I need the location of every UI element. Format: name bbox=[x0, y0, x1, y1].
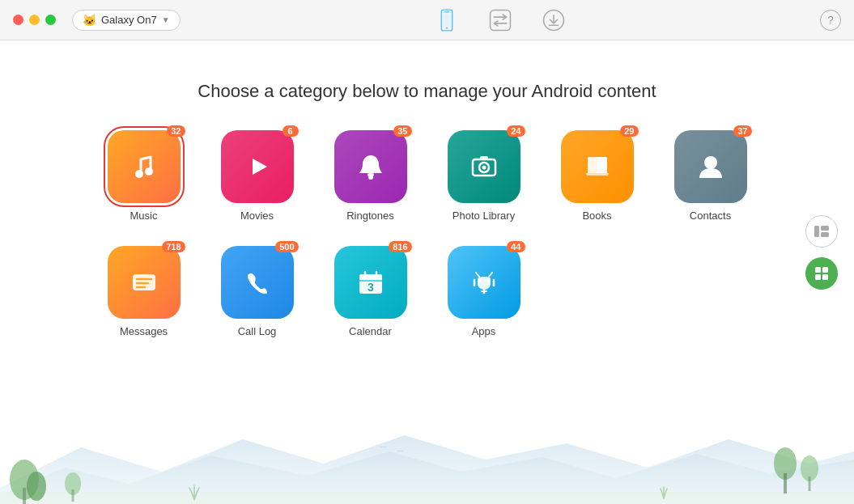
svg-rect-45 bbox=[72, 489, 74, 502]
svg-text:3: 3 bbox=[368, 281, 374, 294]
call-log-icon bbox=[221, 246, 294, 319]
sidebar-grid-button[interactable] bbox=[805, 257, 838, 290]
category-grid: 32 Music 6 Movies bbox=[104, 130, 751, 337]
category-item-music[interactable]: 32 Music bbox=[104, 130, 185, 222]
apps-icon-wrapper: 44 bbox=[448, 246, 520, 319]
apps-badge: 44 bbox=[507, 241, 525, 252]
svg-rect-22 bbox=[359, 274, 382, 281]
titlebar-right: ? bbox=[820, 10, 841, 31]
svg-rect-37 bbox=[822, 267, 828, 273]
svg-rect-38 bbox=[815, 274, 821, 280]
books-icon-wrapper: 29 bbox=[561, 130, 634, 203]
ringtones-icon-wrapper: 35 bbox=[334, 130, 407, 203]
svg-point-2 bbox=[446, 27, 448, 28]
category-item-ringtones[interactable]: 35 Ringtones bbox=[330, 130, 411, 222]
ringtones-icon bbox=[334, 130, 407, 203]
books-label: Books bbox=[582, 210, 611, 222]
photo-library-icon-wrapper: 24 bbox=[448, 130, 520, 203]
page-title: Choose a category below to manage your A… bbox=[198, 81, 656, 102]
svg-point-8 bbox=[145, 167, 153, 176]
svg-rect-35 bbox=[821, 232, 829, 237]
music-icon-wrapper: 32 bbox=[108, 130, 181, 203]
svg-rect-1 bbox=[444, 11, 449, 12]
chevron-down-icon: ▼ bbox=[162, 15, 170, 24]
svg-rect-49 bbox=[809, 476, 811, 491]
ringtones-badge: 35 bbox=[393, 125, 411, 137]
contacts-icon-wrapper: 37 bbox=[674, 130, 747, 203]
call-log-label: Call Log bbox=[238, 325, 277, 337]
svg-point-16 bbox=[704, 156, 717, 169]
books-badge: 29 bbox=[620, 125, 638, 137]
landscape-background bbox=[0, 423, 854, 504]
titlebar-nav bbox=[181, 6, 820, 35]
svg-rect-36 bbox=[815, 267, 821, 273]
svg-rect-3 bbox=[443, 13, 451, 26]
ringtones-label: Ringtones bbox=[346, 210, 394, 222]
messages-icon bbox=[108, 246, 181, 319]
call-log-icon-wrapper: 500 bbox=[221, 246, 294, 319]
svg-point-7 bbox=[135, 170, 143, 178]
device-name: Galaxy On7 bbox=[101, 14, 157, 26]
photo-library-label: Photo Library bbox=[452, 210, 515, 222]
svg-marker-9 bbox=[253, 159, 267, 175]
category-row-1: 32 Music 6 Movies bbox=[104, 130, 751, 222]
category-item-apps[interactable]: 44 Apps bbox=[444, 246, 525, 337]
category-item-calendar[interactable]: 3 816 Calendar bbox=[330, 246, 411, 337]
svg-point-14 bbox=[482, 166, 486, 170]
contacts-label: Contacts bbox=[690, 210, 731, 222]
calendar-icon-wrapper: 3 816 bbox=[334, 246, 407, 319]
apps-icon bbox=[448, 246, 520, 319]
category-item-books[interactable]: 29 Books bbox=[557, 130, 638, 222]
messages-badge: 718 bbox=[162, 241, 185, 252]
category-item-call-log[interactable]: 500 Call Log bbox=[217, 246, 298, 337]
svg-rect-4 bbox=[490, 10, 510, 30]
movies-icon-wrapper: 6 bbox=[221, 130, 294, 203]
movies-label: Movies bbox=[240, 210, 274, 222]
sidebar-manager-button[interactable] bbox=[805, 215, 838, 248]
device-icon: 🐱 bbox=[83, 14, 96, 27]
close-button[interactable] bbox=[13, 15, 23, 25]
titlebar: 🐱 Galaxy On7 ▼ bbox=[0, 0, 854, 40]
category-item-photo-library[interactable]: 24 Photo Library bbox=[444, 130, 525, 222]
svg-rect-39 bbox=[822, 274, 828, 280]
call-log-badge: 500 bbox=[275, 241, 298, 252]
svg-rect-43 bbox=[23, 488, 26, 504]
category-item-movies[interactable]: 6 Movies bbox=[217, 130, 298, 222]
photo-library-icon bbox=[448, 130, 520, 203]
device-selector[interactable]: 🐱 Galaxy On7 ▼ bbox=[72, 10, 181, 31]
help-button[interactable]: ? bbox=[820, 10, 841, 31]
music-icon bbox=[108, 130, 181, 203]
svg-point-42 bbox=[27, 472, 46, 501]
music-badge: 32 bbox=[167, 125, 185, 137]
svg-rect-15 bbox=[480, 156, 488, 160]
svg-rect-34 bbox=[821, 226, 829, 231]
messages-icon-wrapper: 718 bbox=[108, 246, 181, 319]
svg-rect-33 bbox=[814, 226, 819, 237]
category-row-2: 718 Messages 500 Call Log bbox=[104, 246, 751, 337]
messages-label: Messages bbox=[120, 325, 168, 337]
category-item-messages[interactable]: 718 Messages bbox=[104, 246, 185, 337]
music-label: Music bbox=[130, 210, 158, 222]
phone-nav-icon[interactable] bbox=[432, 6, 461, 35]
movies-badge: 6 bbox=[283, 125, 299, 137]
svg-point-11 bbox=[368, 175, 373, 180]
switch-nav-icon[interactable] bbox=[486, 6, 515, 35]
apps-label: Apps bbox=[472, 325, 496, 337]
calendar-icon: 3 bbox=[334, 246, 407, 319]
books-icon bbox=[561, 130, 634, 203]
calendar-badge: 816 bbox=[389, 241, 411, 252]
svg-rect-47 bbox=[784, 473, 787, 493]
photo-library-badge: 24 bbox=[507, 125, 525, 137]
minimize-button[interactable] bbox=[29, 15, 40, 25]
category-item-contacts[interactable]: 37 Contacts bbox=[670, 130, 751, 222]
traffic-lights bbox=[13, 15, 56, 25]
contacts-badge: 37 bbox=[733, 125, 751, 137]
contacts-icon bbox=[674, 130, 747, 203]
calendar-label: Calendar bbox=[349, 325, 392, 337]
help-label: ? bbox=[827, 14, 833, 26]
right-sidebar bbox=[805, 215, 838, 290]
svg-rect-40 bbox=[0, 492, 854, 504]
maximize-button[interactable] bbox=[45, 15, 56, 25]
movies-icon bbox=[221, 130, 294, 203]
download-nav-icon[interactable] bbox=[539, 6, 568, 35]
